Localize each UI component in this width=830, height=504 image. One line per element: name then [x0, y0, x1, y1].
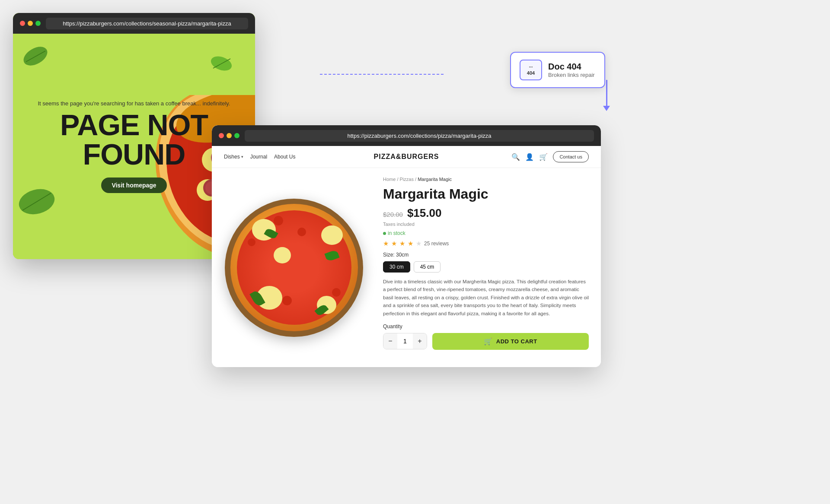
breadcrumb: Home / Pizzas / Margarita Magic — [383, 177, 589, 182]
doc-404-title: Doc 404 — [548, 62, 595, 72]
star-3: ★ — [399, 240, 405, 247]
cheese-5 — [274, 247, 291, 263]
tomato-5 — [332, 288, 341, 297]
add-to-cart-button[interactable]: 🛒 ADD TO CART — [432, 333, 589, 350]
reviews-count[interactable]: 25 reviews — [424, 241, 449, 247]
price-area: $20.00 $15.00 — [383, 206, 589, 220]
browser-toolbar-product: https://pizzaburgers.com/collections/piz… — [212, 125, 601, 146]
visit-homepage-button[interactable]: Visit homepage — [101, 178, 166, 193]
doc-404-icon: ··· 404 — [520, 60, 542, 80]
product-title: Margarita Magic — [383, 186, 589, 202]
error-subtitle: It seems the page you're searching for h… — [38, 100, 230, 107]
product-info: Home / Pizzas / Margarita Magic Margarit… — [376, 168, 601, 367]
breadcrumb-pizzas[interactable]: Pizzas — [400, 177, 414, 182]
url-bar-404[interactable]: https://pizzaburgers.com/collections/sea… — [46, 18, 248, 29]
browser-product-window: https://pizzaburgers.com/collections/piz… — [212, 125, 601, 367]
stars-row: ★ ★ ★ ★ ★ 25 reviews — [383, 240, 589, 247]
new-price: $15.00 — [407, 206, 442, 220]
cart-icon-btn: 🛒 — [484, 337, 493, 346]
quantity-minus-button[interactable]: − — [383, 333, 397, 349]
store-logo[interactable]: PIZZA&BURGERS — [374, 153, 439, 161]
breadcrumb-home[interactable]: Home — [383, 177, 396, 182]
arrow-head — [603, 106, 610, 111]
basil-leaf-bottom-left — [17, 188, 56, 216]
product-image-area — [212, 168, 376, 367]
dot-red — [20, 21, 25, 26]
arrow-line — [606, 80, 607, 106]
doc-404-text: Doc 404 Broken links repair — [548, 62, 595, 78]
account-icon[interactable]: 👤 — [525, 153, 534, 161]
doc-404-subtitle: Broken links repair — [548, 72, 595, 78]
dot-green — [35, 21, 41, 26]
basil-leaf-top-left — [22, 47, 50, 66]
dot-yellow — [28, 21, 33, 26]
quantity-input[interactable] — [397, 338, 413, 345]
doc-404-icon-number: 404 — [527, 70, 535, 76]
star-1: ★ — [383, 240, 389, 247]
taxes-text: Taxes included — [383, 222, 589, 227]
size-label: Size: 30cm — [383, 252, 589, 258]
basil-leaf-top-right — [210, 55, 233, 72]
pizza-image — [225, 199, 363, 337]
size-45cm-button[interactable]: 45 cm — [414, 261, 441, 273]
quantity-plus-button[interactable]: + — [413, 333, 427, 349]
contact-us-button[interactable]: Contact us — [553, 151, 589, 162]
store-main: Home / Pizzas / Margarita Magic Margarit… — [212, 168, 601, 367]
size-30cm-button[interactable]: 30 cm — [383, 261, 410, 273]
store-header: Dishes ▾ Journal About Us PIZZA&BURGERS … — [212, 146, 601, 168]
store-content: Dishes ▾ Journal About Us PIZZA&BURGERS … — [212, 146, 601, 367]
search-icon[interactable]: 🔍 — [511, 153, 520, 161]
browser-toolbar-404: https://pizzaburgers.com/collections/sea… — [13, 13, 255, 34]
cheese-2 — [321, 225, 343, 245]
tomato-4 — [282, 296, 292, 305]
page-not-found-heading: PAGE NOT FOUND — [13, 110, 255, 169]
add-to-cart-label: ADD TO CART — [496, 338, 537, 345]
tomato-1 — [274, 216, 283, 225]
stock-badge: in stock — [383, 230, 589, 236]
star-4: ★ — [408, 240, 413, 247]
nav-about[interactable]: About Us — [274, 154, 295, 160]
pizza-inner — [230, 204, 358, 331]
stock-dot — [383, 232, 386, 235]
breadcrumb-current: Margarita Magic — [418, 177, 452, 182]
quantity-control: − + — [383, 333, 427, 349]
stock-text: in stock — [388, 230, 405, 236]
star-5: ★ — [416, 240, 421, 247]
size-options: 30 cm 45 cm — [383, 261, 589, 273]
product-description: Dive into a timeless classic with our Ma… — [383, 278, 589, 317]
old-price: $20.00 — [383, 211, 403, 218]
doc-404-icon-lines: ··· — [529, 64, 533, 70]
url-bar-product[interactable]: https://pizzaburgers.com/collections/piz… — [245, 130, 594, 142]
quantity-label: Quantity — [383, 323, 589, 330]
browser-dots — [20, 21, 41, 26]
connector-dashed-line — [320, 70, 450, 79]
bottom-row: − + 🛒 ADD TO CART — [383, 333, 589, 350]
tomato-2 — [297, 228, 306, 236]
tomato-3 — [248, 238, 255, 246]
nav-right: 🔍 👤 🛒 Contact us — [511, 151, 589, 162]
cart-icon[interactable]: 🛒 — [539, 153, 548, 161]
star-2: ★ — [391, 240, 397, 247]
doc-404-tooltip: ··· 404 Doc 404 Broken links repair — [510, 52, 605, 88]
